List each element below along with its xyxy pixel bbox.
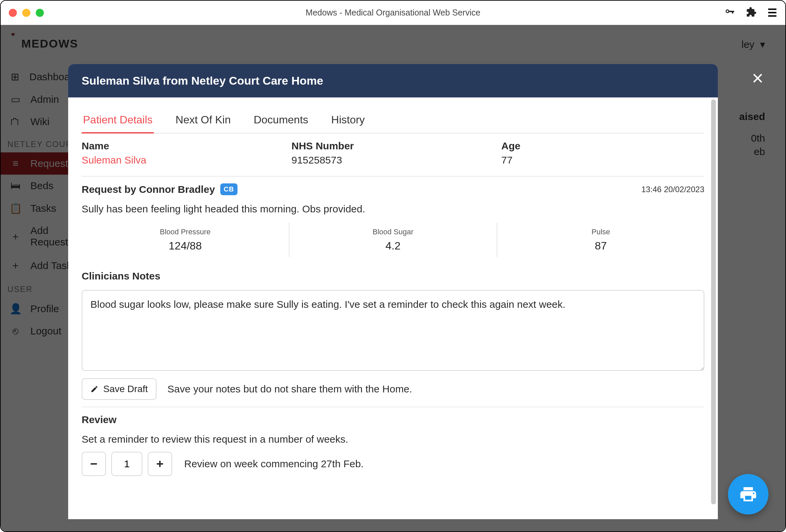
window-minimize-button[interactable] xyxy=(22,9,30,17)
clinicians-notes-title: Clinicians Notes xyxy=(82,270,704,282)
review-decrement-button[interactable] xyxy=(82,452,106,476)
tab-documents[interactable]: Documents xyxy=(252,107,310,133)
save-draft-hint: Save your notes but do not share them wi… xyxy=(167,383,412,395)
extensions-icon[interactable] xyxy=(746,7,757,19)
patient-age-label: Age xyxy=(501,140,704,152)
review-increment-button[interactable] xyxy=(148,452,172,476)
scrollbar[interactable] xyxy=(711,99,716,504)
titlebar: Medows - Medical Organisational Web Serv… xyxy=(1,1,785,25)
review-weeks-value[interactable]: 1 xyxy=(111,452,142,476)
window-title: Medows - Medical Organisational Web Serv… xyxy=(306,8,480,18)
tab-history[interactable]: History xyxy=(330,107,366,133)
save-draft-button[interactable]: Save Draft xyxy=(82,378,157,400)
patient-modal: Suleman Silva from Netley Court Care Hom… xyxy=(68,64,718,519)
patient-nhs-value: 915258573 xyxy=(292,154,494,166)
obs-label-pulse: Pulse xyxy=(497,227,704,236)
patient-name-label: Name xyxy=(82,140,285,152)
obs-value-bp: 124/88 xyxy=(82,240,289,252)
tab-next-of-kin[interactable]: Next Of Kin xyxy=(174,107,232,133)
clinicians-notes-input[interactable] xyxy=(82,290,704,371)
request-timestamp: 13:46 20/02/2023 xyxy=(641,185,704,194)
obs-label-bp: Blood Pressure xyxy=(82,227,289,236)
review-summary: Review on week commencing 27th Feb. xyxy=(184,458,364,469)
obs-value-pulse: 87 xyxy=(497,240,704,252)
obs-value-sugar: 4.2 xyxy=(290,240,496,252)
tab-patient-details[interactable]: Patient Details xyxy=(82,107,154,134)
initials-badge: CB xyxy=(220,184,237,195)
modal-close-button[interactable] xyxy=(751,71,764,86)
window-maximize-button[interactable] xyxy=(36,9,44,17)
review-description: Set a reminder to review this request in… xyxy=(82,434,704,445)
patient-name-link[interactable]: Suleman Silva xyxy=(82,154,285,166)
obs-label-sugar: Blood Sugar xyxy=(290,227,496,236)
overflow-menu-icon[interactable]: ☰ xyxy=(767,7,777,18)
patient-nhs-label: NHS Number xyxy=(292,140,494,152)
request-text: Sully has been feeling light headed this… xyxy=(82,203,704,215)
review-title: Review xyxy=(82,414,704,426)
print-fab[interactable] xyxy=(728,474,768,514)
patient-age-value: 77 xyxy=(501,154,704,166)
key-icon[interactable] xyxy=(724,7,735,19)
window-close-button[interactable] xyxy=(9,9,17,17)
request-title: Request by Connor Bradley CB xyxy=(82,184,237,195)
save-draft-label: Save Draft xyxy=(103,384,148,394)
modal-title: Suleman Silva from Netley Court Care Hom… xyxy=(68,64,718,97)
